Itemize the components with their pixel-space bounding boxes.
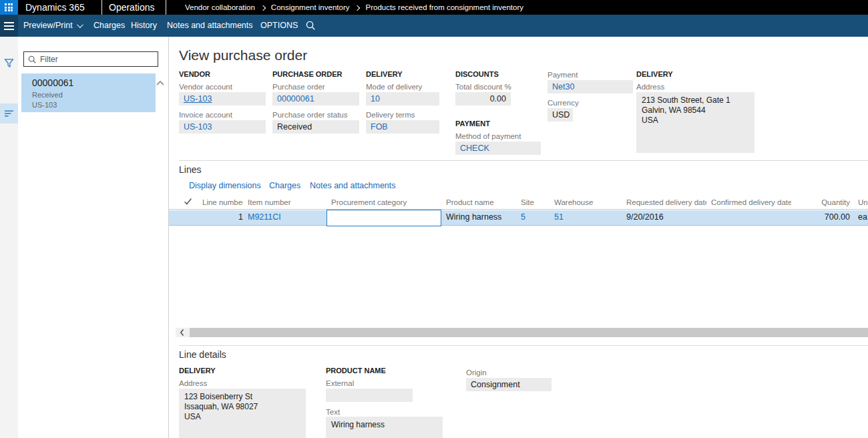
grid-header-row: Line number Item number Procurement cate… (169, 197, 868, 210)
mode-of-delivery-field[interactable]: 10 (366, 92, 439, 105)
group-discounts: DISCOUNTS (455, 70, 499, 78)
topbar-divider (101, 0, 102, 15)
delivery-address-field[interactable]: 213 South Street, Gate 1 Galvin, WA 9854… (636, 92, 754, 153)
origin-field[interactable]: Consignment (466, 378, 552, 391)
cell-quantity[interactable]: 700.00 (787, 212, 850, 222)
search-icon[interactable] (305, 20, 316, 31)
col-site[interactable]: Site (521, 198, 545, 206)
horizontal-scrollbar[interactable] (176, 328, 868, 337)
col-confirmed-delivery-date[interactable]: Confirmed delivery date (711, 198, 791, 206)
tab-display-dimensions[interactable]: Display dimensions (189, 181, 261, 190)
chevron-right-icon (355, 5, 360, 10)
cell-site[interactable]: 5 (521, 212, 545, 222)
cell-warehouse[interactable]: 51 (554, 212, 614, 222)
scroll-left-button[interactable] (176, 328, 189, 337)
scrollbar-thumb[interactable] (190, 328, 868, 337)
cell-product-name[interactable]: Wiring harness (446, 212, 516, 222)
cell-requested-delivery-date[interactable]: 9/20/2016 (626, 212, 706, 222)
list-icon (4, 110, 14, 118)
col-procurement-category[interactable]: Procurement category (331, 198, 431, 206)
group-ld-delivery: DELIVERY (179, 367, 216, 375)
col-unit[interactable]: Un (858, 198, 868, 206)
col-item-number[interactable]: Item number (248, 198, 314, 206)
menu-charges[interactable]: Charges (93, 21, 125, 30)
section-divider (179, 345, 868, 346)
left-rail (0, 37, 18, 438)
command-bar: Preview/Print Charges History Notes and … (0, 15, 868, 37)
col-warehouse[interactable]: Warehouse (554, 198, 614, 206)
module-title[interactable]: Operations (109, 2, 154, 13)
breadcrumb-item[interactable]: Vendor collaboration (185, 3, 255, 11)
breadcrumb-item[interactable]: Products received from consignment inven… (365, 3, 523, 11)
top-navbar: Dynamics 365 Operations Vendor collabora… (0, 0, 868, 15)
list-pane-button[interactable] (0, 103, 18, 124)
payment-label: Payment (548, 71, 578, 79)
search-icon (27, 55, 37, 64)
vendor-account-field[interactable]: US-103 (179, 92, 266, 105)
col-product-name[interactable]: Product name (446, 198, 513, 206)
invoice-account-label: Invoice account (179, 111, 232, 119)
col-line-number[interactable]: Line number (202, 198, 243, 206)
record-list-pane: 00000061 Received US-103 (18, 37, 169, 438)
group-product-name: PRODUCT NAME (326, 367, 386, 375)
group-purchase-order: PURCHASE ORDER (272, 70, 343, 78)
currency-field[interactable]: USD (548, 108, 573, 122)
ld-address-field[interactable]: 123 Boisenberry St Issaquah, WA 98027 US… (179, 389, 306, 438)
po-status-field[interactable]: Received (272, 120, 359, 134)
external-label: External (326, 379, 354, 387)
vendor-account-label: Vendor account (179, 83, 232, 91)
total-discount-field[interactable]: 0.00 (455, 92, 511, 105)
cell-unit[interactable]: ea (858, 212, 868, 222)
address-label: Address (636, 83, 664, 91)
menu-options[interactable]: OPTIONS (260, 21, 298, 30)
app-window: Dynamics 365 Operations Vendor collabora… (0, 0, 868, 438)
method-of-payment-label: Method of payment (455, 132, 521, 140)
select-all-checkmark-icon[interactable] (184, 197, 194, 206)
delivery-terms-label: Delivery terms (366, 111, 415, 119)
total-discount-label: Total discount % (455, 83, 511, 91)
menu-preview-print[interactable]: Preview/Print (23, 21, 81, 30)
filter-pane-button[interactable] (0, 53, 18, 73)
group-payment: PAYMENT (455, 120, 490, 128)
menu-history[interactable]: History (131, 21, 157, 30)
cell-item-number[interactable]: M9211CI (248, 212, 314, 222)
list-item-status: Received (32, 91, 63, 99)
chevron-up-icon[interactable] (155, 78, 166, 89)
list-item-purchase-order[interactable]: 00000061 Received US-103 (21, 73, 156, 112)
hamburger-icon (4, 22, 14, 23)
external-field[interactable] (326, 389, 413, 402)
tab-charges[interactable]: Charges (269, 181, 300, 190)
menu-notes-attachments[interactable]: Notes and attachments (167, 21, 253, 30)
breadcrumb-item[interactable]: Consignment inventory (271, 3, 350, 11)
col-quantity[interactable]: Quantity (787, 198, 850, 206)
text-label: Text (326, 408, 340, 416)
group-delivery-address: DELIVERY (636, 70, 673, 78)
hamburger-menu-button[interactable] (0, 15, 18, 37)
group-delivery: DELIVERY (366, 70, 403, 78)
filter-input[interactable] (40, 53, 155, 65)
topbar-divider (166, 0, 166, 15)
app-title[interactable]: Dynamics 365 (25, 2, 85, 13)
payment-field[interactable]: Net30 (548, 80, 633, 93)
method-of-payment-field[interactable]: CHECK (455, 142, 541, 155)
delivery-terms-field[interactable]: FOB (366, 120, 439, 134)
waffle-menu-button[interactable] (0, 0, 18, 15)
list-item-account: US-103 (32, 101, 57, 109)
filter-field (23, 51, 158, 67)
invoice-account-field[interactable]: US-103 (179, 120, 266, 134)
tab-notes-attachments[interactable]: Notes and attachments (310, 181, 396, 190)
lines-section-title: Lines (179, 164, 201, 175)
cell-procurement-category[interactable] (327, 210, 441, 226)
mode-of-delivery-label: Mode of delivery (366, 83, 422, 91)
cell-line-number[interactable]: 1 (202, 212, 243, 222)
filter-icon (4, 58, 14, 68)
chevron-down-icon (77, 21, 83, 28)
col-requested-delivery-date[interactable]: Requested delivery date (626, 198, 706, 206)
po-status-label: Purchase order status (272, 111, 348, 119)
main-content: View purchase order VENDOR Vendor accoun… (169, 37, 868, 438)
purchase-order-field[interactable]: 00000061 (272, 92, 359, 105)
grid-row-line-1[interactable]: 1 M9211CI Wiring harness 5 51 9/20/2016 … (169, 210, 868, 226)
list-item-order-number: 00000061 (32, 77, 73, 88)
text-field[interactable]: Wiring harness (326, 417, 443, 438)
page-title: View purchase order (179, 47, 307, 63)
